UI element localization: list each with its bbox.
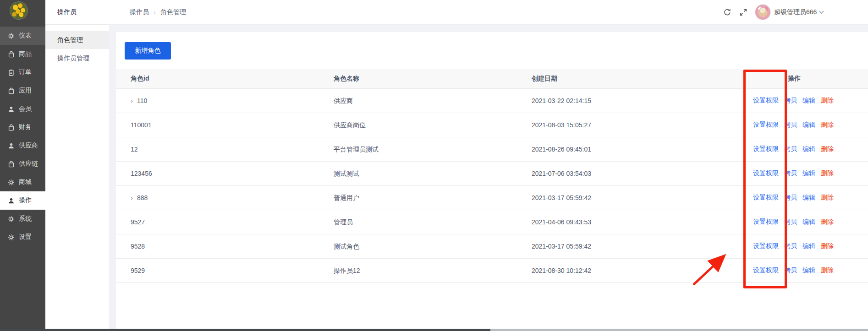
expand-caret-icon[interactable]: › <box>131 89 133 113</box>
sidebar-item-label: 商品 <box>19 50 32 58</box>
role-name-cell: 供应商 <box>334 89 353 113</box>
sidebar-item-label: 仪表 <box>19 32 32 40</box>
delete-link[interactable]: 删除 <box>821 97 834 105</box>
secondary-sidebar-title: 操作员 <box>45 0 109 25</box>
sidebar-item-系统[interactable]: 系统 <box>0 210 45 228</box>
submenu-item-角色管理[interactable]: 角色管理 <box>45 31 109 49</box>
sidebar-item-设置[interactable]: 设置 <box>0 228 45 246</box>
delete-link[interactable]: 删除 <box>821 121 834 129</box>
set-permissions-link[interactable]: 设置权限 <box>753 97 779 105</box>
primary-sidebar: 仪表商品订单应用会员财务供应商供应链商城操作系统设置 <box>0 0 45 331</box>
row-actions: 设置权限拷贝编辑删除 <box>753 162 834 185</box>
row-actions: 设置权限拷贝编辑删除 <box>753 259 834 282</box>
delete-link[interactable]: 删除 <box>821 266 834 275</box>
sidebar-item-应用[interactable]: 应用 <box>0 81 45 100</box>
sidebar-item-供应链[interactable]: 供应链 <box>0 155 45 173</box>
topbar: 操作员 › 角色管理 超级管理员666 <box>109 0 868 25</box>
sidebar-item-label: 操作 <box>19 196 32 205</box>
copy-link[interactable]: 拷贝 <box>784 194 797 202</box>
app-logo[interactable] <box>10 2 27 19</box>
created-date-cell: 2021-07-06 03:54:03 <box>532 162 591 185</box>
edit-link[interactable]: 编辑 <box>802 169 815 178</box>
chevron-down-icon[interactable] <box>819 11 824 14</box>
sidebar-item-会员[interactable]: 会员 <box>0 100 45 118</box>
role-id-cell: 123456 <box>131 162 152 185</box>
fullscreen-icon[interactable] <box>739 8 747 16</box>
sidebar-item-商品[interactable]: 商品 <box>0 45 45 63</box>
sidebar-item-label: 财务 <box>19 123 32 131</box>
add-role-button[interactable]: 新增角色 <box>125 42 171 60</box>
gear-icon <box>8 234 15 241</box>
gear-icon <box>8 33 15 39</box>
set-permissions-link[interactable]: 设置权限 <box>753 169 779 178</box>
set-permissions-link[interactable]: 设置权限 <box>753 266 779 275</box>
user-name[interactable]: 超级管理员666 <box>774 8 817 16</box>
bag-icon <box>8 87 15 94</box>
edit-link[interactable]: 编辑 <box>802 194 815 202</box>
copy-link[interactable]: 拷贝 <box>784 97 797 105</box>
sidebar-item-label: 系统 <box>19 215 32 223</box>
sidebar-item-财务[interactable]: 财务 <box>0 118 45 136</box>
copy-link[interactable]: 拷贝 <box>784 242 797 250</box>
role-name-cell: 管理员 <box>334 210 353 234</box>
delete-link[interactable]: 删除 <box>821 194 834 202</box>
sidebar-item-label: 应用 <box>19 87 32 95</box>
table-row: ›888普通用户2021-03-17 05:59:42设置权限拷贝编辑删除 <box>116 186 868 210</box>
set-permissions-link[interactable]: 设置权限 <box>753 145 779 153</box>
edit-link[interactable]: 编辑 <box>802 218 815 226</box>
copy-link[interactable]: 拷贝 <box>784 218 797 226</box>
expand-caret-icon[interactable]: › <box>131 186 133 210</box>
scrollbar-thumb[interactable] <box>0 329 490 331</box>
table-row: 9528测试角色2021-03-17 05:59:42设置权限拷贝编辑删除 <box>116 234 868 259</box>
sidebar-item-供应商[interactable]: 供应商 <box>0 136 45 155</box>
bag-icon <box>8 161 15 168</box>
edit-link[interactable]: 编辑 <box>802 242 815 250</box>
copy-link[interactable]: 拷贝 <box>784 145 797 153</box>
copy-link[interactable]: 拷贝 <box>784 169 797 178</box>
created-date-cell: 2021-03-17 05:59:42 <box>532 186 591 210</box>
role-id-cell: 9529 <box>131 259 145 282</box>
clipboard-icon <box>8 69 15 76</box>
copy-link[interactable]: 拷贝 <box>784 121 797 129</box>
edit-link[interactable]: 编辑 <box>802 145 815 153</box>
delete-link[interactable]: 删除 <box>821 145 834 153</box>
set-permissions-link[interactable]: 设置权限 <box>753 194 779 202</box>
set-permissions-link[interactable]: 设置权限 <box>753 218 779 226</box>
person-icon <box>8 106 15 113</box>
role-id-cell: 12 <box>131 137 138 161</box>
role-name-cell: 供应商岗位 <box>334 113 366 137</box>
edit-link[interactable]: 编辑 <box>802 97 815 105</box>
table-row: 9529操作员122021-08-30 10:12:42设置权限拷贝编辑删除 <box>116 259 868 283</box>
user-avatar[interactable] <box>755 5 770 20</box>
person-icon <box>8 197 15 204</box>
bag-icon <box>8 51 15 58</box>
sidebar-item-label: 订单 <box>19 68 32 76</box>
sidebar-item-仪表[interactable]: 仪表 <box>0 27 45 45</box>
set-permissions-link[interactable]: 设置权限 <box>753 121 779 129</box>
set-permissions-link[interactable]: 设置权限 <box>753 242 779 250</box>
topbar-actions: 超级管理员666 <box>723 0 824 24</box>
sidebar-item-label: 设置 <box>19 233 32 241</box>
gear-icon <box>8 216 15 222</box>
role-id-cell: ›110 <box>131 89 147 113</box>
secondary-sidebar-nav: 角色管理操作员管理 <box>45 25 109 67</box>
delete-link[interactable]: 删除 <box>821 242 834 250</box>
sidebar-item-商城[interactable]: 商城 <box>0 173 45 191</box>
horizontal-scrollbar[interactable] <box>0 329 868 331</box>
role-id-cell: ›888 <box>131 186 148 210</box>
refresh-icon[interactable] <box>723 8 731 16</box>
submenu-item-操作员管理[interactable]: 操作员管理 <box>45 49 109 67</box>
breadcrumb-item-operator[interactable]: 操作员 <box>130 8 149 16</box>
table-row: ›110供应商2021-03-22 02:14:15设置权限拷贝编辑删除 <box>116 89 868 113</box>
sidebar-item-订单[interactable]: 订单 <box>0 63 45 81</box>
column-header-role-name: 角色名称 <box>334 69 359 88</box>
created-date-cell: 2021-04-06 09:43:53 <box>532 210 591 234</box>
delete-link[interactable]: 删除 <box>821 218 834 226</box>
created-date-cell: 2021-08-30 10:12:42 <box>532 259 591 282</box>
sidebar-item-操作[interactable]: 操作 <box>0 191 45 210</box>
edit-link[interactable]: 编辑 <box>802 121 815 129</box>
edit-link[interactable]: 编辑 <box>802 266 815 275</box>
delete-link[interactable]: 删除 <box>821 169 834 178</box>
copy-link[interactable]: 拷贝 <box>784 266 797 275</box>
role-name-cell: 测试测试 <box>334 162 359 185</box>
